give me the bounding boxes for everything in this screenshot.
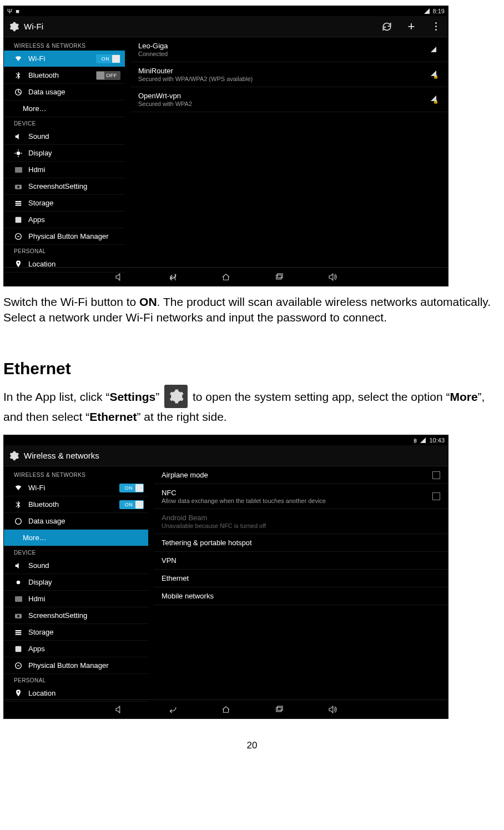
bluetooth-toggle[interactable]: ON: [119, 500, 144, 509]
svg-rect-5: [16, 203, 22, 204]
checkbox-icon[interactable]: [432, 492, 440, 500]
apps-icon: [14, 645, 23, 653]
sound-icon: [14, 132, 23, 141]
button-manager-icon: [14, 232, 23, 241]
sidebar-item-data-usage[interactable]: Data usage: [4, 84, 125, 100]
apps-icon: [14, 215, 23, 224]
paragraph-wifi-instruction: Switch the Wi-Fi button to ON. The produ…: [3, 294, 501, 326]
section-wireless: WIRELESS & NETWORKS: [4, 39, 125, 51]
sidebar-item-more[interactable]: More…: [4, 530, 148, 546]
heading-ethernet: Ethernet: [3, 359, 501, 378]
svg-rect-18: [16, 646, 22, 652]
home-icon[interactable]: [219, 704, 233, 715]
app-bar-title: Wi-Fi: [24, 22, 43, 31]
wifi-status-icon: [420, 437, 426, 443]
app-bar: Wireless & networks: [4, 445, 448, 466]
sidebar-item-hdmi[interactable]: Hdmi: [4, 591, 148, 607]
sidebar-item-sound[interactable]: Sound: [4, 557, 148, 574]
back-icon[interactable]: [165, 704, 180, 715]
svg-rect-17: [16, 633, 22, 635]
wifi-network-item[interactable]: MiniRouter Secured with WPA/WPA2 (WPS av…: [130, 62, 448, 87]
svg-rect-9: [276, 275, 281, 279]
location-icon: [14, 260, 23, 269]
volume-down-icon[interactable]: [112, 271, 127, 283]
option-mobile-networks[interactable]: Mobile networks: [154, 587, 448, 605]
app-bar: Wi-Fi +: [4, 16, 448, 37]
add-network-icon[interactable]: +: [406, 21, 417, 32]
sidebar-item-screenshot[interactable]: ScreenshotSetting: [4, 607, 148, 624]
data-usage-icon: [14, 88, 23, 97]
settings-icon[interactable]: [8, 21, 19, 32]
svg-rect-10: [278, 274, 283, 278]
overflow-menu-icon[interactable]: [430, 21, 441, 32]
recents-icon[interactable]: [272, 271, 286, 283]
checkbox-icon[interactable]: [432, 471, 440, 479]
sidebar-item-hdmi[interactable]: Hdmi: [4, 162, 125, 178]
usb-icon: Ψ: [7, 8, 12, 14]
svg-point-1: [17, 151, 21, 155]
status-time: 8:19: [433, 8, 445, 14]
wifi-signal-locked-icon: 🔒: [427, 95, 440, 104]
recents-icon[interactable]: [272, 704, 286, 715]
bluetooth-toggle[interactable]: OFF: [96, 71, 120, 80]
wifi-toggle[interactable]: ON: [96, 54, 120, 63]
sidebar-item-sound[interactable]: Sound: [4, 128, 125, 145]
wifi-toggle[interactable]: ON: [119, 484, 144, 492]
bluetooth-icon: [14, 500, 23, 509]
sidebar-item-location[interactable]: Location: [4, 256, 125, 273]
settings-app-icon: [164, 385, 188, 408]
sidebar-item-pbm[interactable]: Physical Button Manager: [4, 657, 148, 674]
sidebar-item-storage[interactable]: Storage: [4, 624, 148, 641]
wifi-signal-icon: [427, 47, 440, 52]
option-ethernet[interactable]: Ethernet: [154, 570, 448, 587]
section-device: DEVICE: [4, 117, 125, 128]
wifi-network-item[interactable]: OpenWrt-vpn Secured with WPA2 🔒: [130, 87, 448, 112]
sidebar-item-apps[interactable]: Apps: [4, 212, 125, 228]
settings-icon[interactable]: [8, 450, 19, 461]
refresh-icon[interactable]: [381, 21, 392, 32]
section-wireless: WIRELESS & NETWORKS: [4, 469, 148, 480]
home-icon[interactable]: [219, 271, 233, 283]
location-icon: [14, 689, 23, 698]
option-tethering[interactable]: Tethering & portable hotspot: [154, 534, 448, 552]
wifi-icon: [14, 54, 23, 63]
sidebar-item-display[interactable]: Display: [4, 145, 125, 162]
wifi-status-icon: [424, 8, 430, 14]
option-nfc[interactable]: NFC Allow data exchange when the tablet …: [154, 484, 448, 509]
wifi-icon: [14, 484, 23, 492]
option-android-beam: Android Beam Unavailable because NFC is …: [154, 509, 448, 534]
svg-point-3: [17, 185, 19, 188]
svg-rect-21: [278, 706, 283, 711]
storage-icon: [14, 199, 23, 208]
volume-down-icon[interactable]: [112, 704, 127, 715]
more-options-pane: Airplane mode NFC Allow data exchange wh…: [154, 466, 448, 700]
sidebar-item-pbm[interactable]: Physical Button Manager: [4, 228, 125, 245]
camera-icon: [14, 182, 23, 191]
sidebar-item-wifi[interactable]: Wi-Fi ON: [4, 51, 125, 67]
svg-rect-7: [16, 217, 22, 223]
screenshot-wifi-settings: Ψ ■ 8:19 Wi-Fi + WIRELESS & NETWORKS: [3, 6, 448, 286]
wifi-network-item[interactable]: Leo-Giga Connected: [130, 37, 448, 62]
volume-up-icon[interactable]: [325, 704, 340, 715]
sidebar-item-bluetooth[interactable]: Bluetooth OFF: [4, 67, 125, 84]
svg-point-12: [17, 580, 21, 584]
sidebar-item-bluetooth[interactable]: Bluetooth ON: [4, 496, 148, 513]
sidebar-item-data-usage[interactable]: Data usage: [4, 513, 148, 530]
sidebar-item-more[interactable]: More…: [4, 100, 125, 117]
sidebar-item-display[interactable]: Display: [4, 574, 148, 591]
sidebar-item-apps[interactable]: Apps: [4, 641, 148, 657]
option-vpn[interactable]: VPN: [154, 552, 448, 570]
wifi-signal-locked-icon: 🔒: [427, 71, 440, 79]
settings-sidebar: WIRELESS & NETWORKS Wi-Fi ON Bluetooth O…: [4, 466, 148, 700]
back-icon[interactable]: [165, 271, 180, 283]
section-device: DEVICE: [4, 546, 148, 557]
sidebar-item-storage[interactable]: Storage: [4, 195, 125, 212]
sidebar-item-location[interactable]: Location: [4, 685, 148, 702]
option-airplane-mode[interactable]: Airplane mode: [154, 466, 448, 484]
sidebar-item-wifi[interactable]: Wi-Fi ON: [4, 480, 148, 496]
display-icon: [14, 149, 23, 158]
storage-icon: [14, 628, 23, 637]
sidebar-item-screenshot[interactable]: ScreenshotSetting: [4, 178, 125, 195]
volume-up-icon[interactable]: [325, 271, 340, 283]
wifi-networks-pane: Leo-Giga Connected MiniRouter Secured wi…: [130, 37, 448, 267]
